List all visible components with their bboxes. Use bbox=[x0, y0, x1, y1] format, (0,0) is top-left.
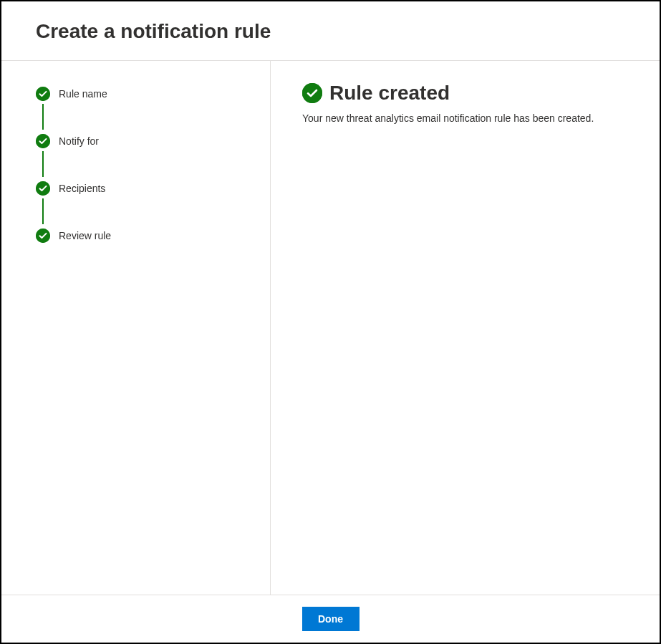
check-circle-icon bbox=[36, 134, 50, 148]
dialog-header: Create a notification rule bbox=[1, 1, 660, 61]
dialog-footer: Done bbox=[1, 595, 660, 643]
wizard-step-rule-name[interactable]: Rule name bbox=[36, 87, 236, 134]
svg-point-4 bbox=[302, 83, 322, 103]
step-connector bbox=[42, 104, 44, 130]
done-button[interactable]: Done bbox=[302, 607, 360, 631]
wizard-step-label: Review rule bbox=[59, 229, 111, 243]
wizard-step-label: Notify for bbox=[59, 134, 99, 148]
wizard-sidebar: Rule name Notify for bbox=[1, 61, 271, 595]
wizard-step-label: Rule name bbox=[59, 87, 107, 101]
dialog-frame: Create a notification rule Rule nam bbox=[0, 0, 661, 644]
check-circle-icon bbox=[36, 181, 50, 196]
check-circle-icon bbox=[36, 229, 50, 243]
wizard-step-notify-for[interactable]: Notify for bbox=[36, 134, 236, 181]
result-heading: Rule created bbox=[329, 82, 450, 105]
result-heading-row: Rule created bbox=[302, 82, 628, 105]
wizard-step-recipients[interactable]: Recipients bbox=[36, 181, 236, 229]
wizard-step-label: Recipients bbox=[59, 181, 105, 196]
wizard-step-list: Rule name Notify for bbox=[36, 87, 236, 246]
success-check-icon bbox=[302, 83, 322, 103]
step-connector bbox=[42, 151, 44, 177]
dialog-title: Create a notification rule bbox=[36, 20, 625, 43]
result-description: Your new threat analytics email notifica… bbox=[302, 112, 628, 126]
main-content: Rule created Your new threat analytics e… bbox=[271, 61, 660, 595]
dialog-body: Rule name Notify for bbox=[1, 61, 660, 595]
step-connector bbox=[42, 198, 44, 224]
check-circle-icon bbox=[36, 87, 50, 101]
wizard-step-review-rule[interactable]: Review rule bbox=[36, 229, 236, 246]
